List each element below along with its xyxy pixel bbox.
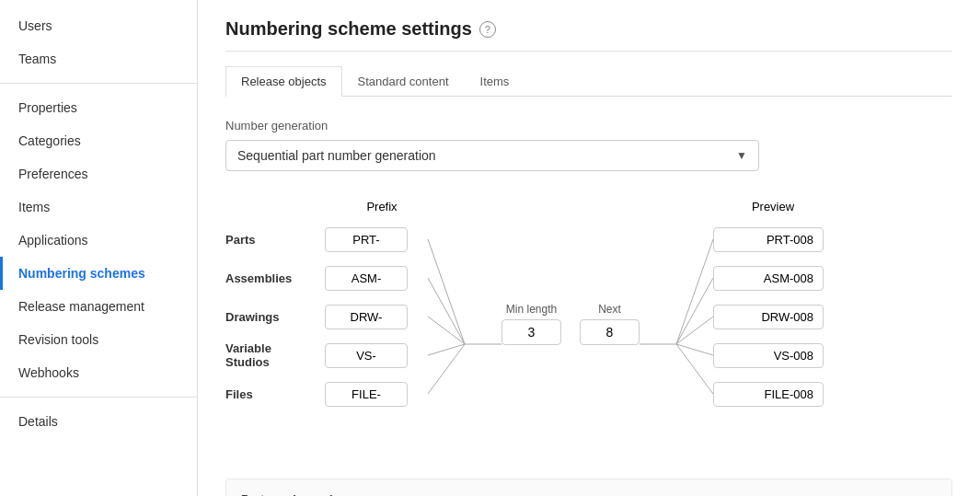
left-section: Prefix Parts Assemblies Drawings Variabl… [225, 193, 428, 409]
row-parts: Parts [225, 225, 428, 254]
tab-items[interactable]: Items [465, 66, 525, 96]
sidebar-item-categories[interactable]: Categories [0, 124, 197, 157]
sidebar-item-properties[interactable]: Properties [0, 91, 197, 124]
number-generation-dropdown[interactable]: Sequential part number generation ▼ [225, 140, 759, 171]
svg-line-3 [428, 344, 465, 355]
drawings-preview [713, 305, 824, 329]
svg-line-0 [428, 239, 465, 344]
svg-line-4 [428, 344, 465, 394]
right-section: Preview [713, 193, 833, 409]
parts-label: Parts [225, 233, 317, 247]
tab-standard-content[interactable]: Standard content [342, 66, 465, 96]
min-length-group: Min length [502, 303, 561, 345]
parts-prefix-input[interactable] [325, 227, 408, 252]
sidebar-item-items[interactable]: Items [0, 190, 197, 224]
sidebar-item-revision-tools[interactable]: Revision tools [0, 323, 197, 356]
numbering-layout: Prefix Parts Assemblies Drawings Variabl… [225, 193, 952, 464]
sidebar-item-preferences[interactable]: Preferences [0, 157, 197, 190]
svg-line-2 [428, 317, 465, 344]
sidebar-item-teams[interactable]: Teams [0, 42, 197, 75]
preview-parts [713, 225, 833, 254]
sidebar-item-release-management[interactable]: Release management [0, 290, 197, 323]
svg-line-7 [676, 239, 713, 344]
variable-studios-prefix-input[interactable] [325, 343, 408, 368]
variable-studios-label: Variable Studios [225, 341, 317, 369]
assemblies-label: Assemblies [225, 271, 317, 285]
drawings-label: Drawings [225, 310, 317, 324]
preview-header-row: Preview [713, 193, 833, 219]
svg-line-9 [676, 317, 713, 344]
parts-preview [713, 227, 824, 252]
sidebar-divider-2 [0, 397, 197, 398]
sidebar: Users Teams Properties Categories Prefer… [0, 0, 198, 496]
svg-line-8 [676, 278, 713, 344]
drawings-prefix-input[interactable] [325, 305, 408, 329]
left-connector-svg [428, 225, 502, 464]
preview-drawings [713, 302, 833, 331]
next-input[interactable] [580, 319, 640, 345]
uniqueness-title: Part number uniqueness [241, 492, 937, 496]
preview-variable-studios [713, 340, 833, 370]
right-connector-svg [640, 225, 713, 464]
assemblies-prefix-input[interactable] [325, 266, 408, 291]
files-prefix-input[interactable] [325, 382, 408, 407]
help-icon[interactable]: ? [479, 21, 496, 38]
page-title-row: Numbering scheme settings ? [225, 18, 952, 52]
sidebar-divider-1 [0, 83, 197, 84]
row-assemblies: Assemblies [225, 263, 428, 293]
files-label: Files [225, 387, 317, 401]
uniqueness-section: Part number uniqueness All part numbers … [225, 479, 952, 496]
svg-line-10 [676, 344, 713, 355]
preview-col-header: Preview [713, 200, 833, 213]
row-drawings: Drawings [225, 302, 428, 331]
middle-section: Min length Next [502, 225, 640, 423]
assemblies-preview [713, 266, 824, 291]
sidebar-item-applications[interactable]: Applications [0, 224, 197, 257]
sidebar-item-numbering-schemes[interactable]: Numbering schemes [0, 257, 197, 290]
row-variable-studios: Variable Studios [225, 340, 428, 370]
next-group: Next [580, 303, 640, 345]
sidebar-item-webhooks[interactable]: Webhooks [0, 356, 197, 389]
dropdown-arrow-icon: ▼ [736, 149, 747, 162]
preview-files [713, 379, 833, 409]
prefix-col-header: Prefix [336, 200, 428, 213]
variable-studios-preview [713, 343, 824, 368]
tab-release-objects[interactable]: Release objects [225, 66, 342, 97]
prefix-header-row: Prefix [225, 193, 428, 219]
number-generation-label: Number generation [225, 119, 952, 133]
sidebar-item-details[interactable]: Details [0, 405, 197, 438]
min-length-input[interactable] [502, 319, 561, 345]
tabs: Release objects Standard content Items [225, 66, 952, 97]
page-title: Numbering scheme settings [225, 18, 472, 40]
sidebar-item-users[interactable]: Users [0, 9, 197, 42]
next-label: Next [598, 303, 621, 316]
files-preview [713, 382, 824, 407]
min-length-label: Min length [506, 303, 557, 316]
row-files: Files [225, 379, 428, 409]
svg-line-1 [428, 278, 465, 344]
svg-line-11 [676, 344, 713, 394]
main-content: Numbering scheme settings ? Release obje… [198, 0, 980, 496]
preview-assemblies [713, 263, 833, 293]
number-generation-section: Number generation Sequential part number… [225, 119, 952, 171]
